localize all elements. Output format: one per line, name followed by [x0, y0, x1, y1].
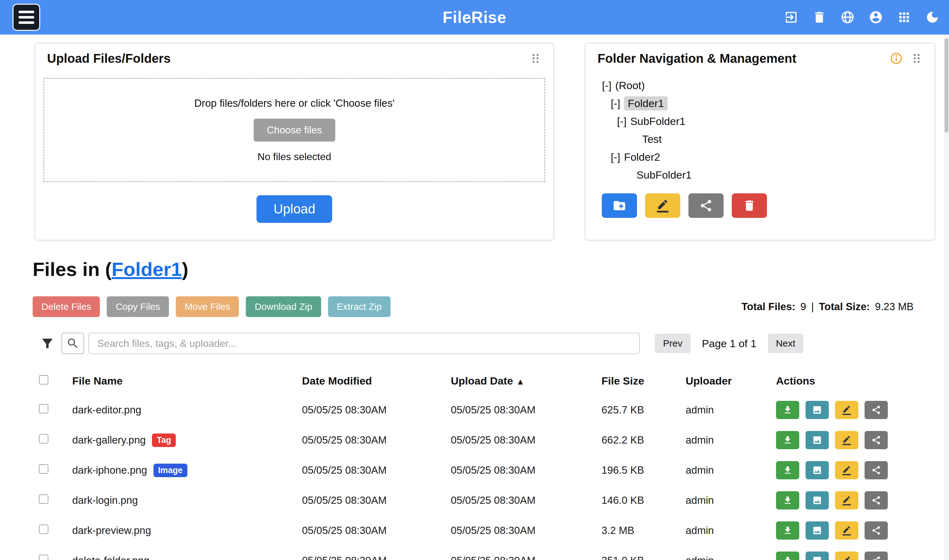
preview-button[interactable] — [806, 461, 829, 479]
delete-files-button[interactable]: Delete Files — [33, 296, 100, 317]
file-name[interactable]: delete-folder.png — [72, 555, 149, 560]
rename-button[interactable] — [835, 522, 858, 540]
scrollbar-thumb[interactable] — [944, 38, 948, 132]
preview-button[interactable] — [806, 491, 829, 509]
current-folder-link[interactable]: Folder1 — [111, 258, 182, 280]
vertical-scrollbar[interactable] — [944, 35, 949, 560]
search-input[interactable] — [89, 333, 640, 354]
next-page-button[interactable]: Next — [768, 334, 804, 353]
share-button[interactable] — [864, 491, 888, 509]
extract-zip-button[interactable]: Extract Zip — [328, 296, 391, 317]
upload-date: 05/05/25 08:30AM — [451, 555, 601, 560]
download-button[interactable] — [776, 491, 799, 509]
pencil-icon — [841, 405, 852, 415]
row-checkbox[interactable] — [39, 555, 48, 560]
row-checkbox[interactable] — [39, 494, 48, 504]
share-button[interactable] — [864, 461, 888, 479]
tree-toggle[interactable]: [-] — [611, 97, 620, 109]
share-button[interactable] — [864, 401, 888, 419]
file-size: 3.2 MB — [601, 525, 686, 537]
copy-files-button[interactable]: Copy Files — [107, 296, 169, 317]
move-files-button[interactable]: Move Files — [176, 296, 239, 317]
pencil-icon — [841, 555, 852, 560]
download-button[interactable] — [776, 522, 799, 540]
delete-folder-button[interactable] — [732, 193, 767, 218]
tree-toggle[interactable]: [-] — [602, 79, 611, 92]
share-icon — [871, 435, 881, 445]
tree-toggle[interactable]: [-] — [617, 115, 626, 128]
drag-handle-icon[interactable] — [530, 51, 541, 65]
prev-page-button[interactable]: Prev — [655, 334, 691, 353]
tree-toggle[interactable]: [-] — [611, 151, 620, 163]
files-section: Files in (Folder1) Delete Files Copy Fil… — [33, 258, 914, 560]
preview-button[interactable] — [806, 552, 829, 560]
filter-icon[interactable] — [40, 336, 55, 351]
tree-folder-label[interactable]: SubFolder1 — [631, 115, 686, 128]
tree-folder-label[interactable]: (Root) — [615, 79, 645, 92]
column-header-uploader[interactable]: Uploader — [686, 375, 776, 387]
share-button[interactable] — [864, 431, 888, 449]
rename-button[interactable] — [835, 491, 858, 509]
preview-button[interactable] — [806, 431, 829, 449]
share-folder-button[interactable] — [688, 193, 724, 218]
tree-item-subfolder1-b: SubFolder1 — [586, 166, 935, 184]
row-checkbox[interactable] — [39, 464, 48, 474]
dark-mode-icon[interactable] — [925, 10, 940, 25]
upload-button[interactable]: Upload — [257, 195, 332, 223]
download-zip-button[interactable]: Download Zip — [246, 296, 321, 317]
rename-folder-button[interactable] — [645, 193, 680, 218]
upload-card-body: Drop files/folders here or click 'Choose… — [35, 74, 554, 223]
tree-folder-label[interactable]: Folder2 — [624, 151, 660, 163]
tree-folder-label[interactable]: Test — [642, 133, 661, 145]
column-header-date-modified[interactable]: Date Modified — [302, 375, 451, 387]
download-icon — [783, 435, 793, 445]
create-folder-button[interactable] — [602, 193, 637, 218]
download-icon — [783, 555, 793, 560]
rename-button[interactable] — [835, 461, 858, 479]
tree-item-folder2: [-] Folder2 — [586, 148, 935, 166]
grid-view-icon[interactable] — [897, 10, 911, 25]
drag-handle-icon[interactable] — [911, 51, 923, 65]
row-checkbox[interactable] — [39, 404, 48, 414]
date-modified: 05/05/25 08:30AM — [302, 464, 451, 476]
share-button[interactable] — [864, 552, 888, 560]
trash-icon[interactable] — [812, 10, 827, 25]
share-icon — [871, 465, 881, 475]
info-icon[interactable] — [890, 52, 903, 65]
globe-icon[interactable] — [840, 10, 855, 25]
preview-button[interactable] — [806, 522, 829, 540]
file-name[interactable]: dark-gallery.png — [72, 434, 146, 446]
uploader: admin — [686, 464, 776, 476]
rename-button[interactable] — [835, 552, 858, 560]
tree-folder-label-selected[interactable]: Folder1 — [624, 96, 668, 111]
file-dropzone[interactable]: Drop files/folders here or click 'Choose… — [43, 78, 545, 182]
download-icon — [783, 495, 793, 505]
file-name[interactable]: dark-editor.png — [72, 404, 141, 416]
search-button[interactable] — [62, 333, 84, 354]
account-icon[interactable] — [869, 10, 883, 25]
file-size: 625.7 KB — [601, 404, 686, 416]
logout-icon[interactable] — [784, 10, 798, 25]
select-all-checkbox[interactable] — [39, 375, 48, 385]
file-size: 351.0 KB — [601, 555, 686, 560]
choose-files-button[interactable]: Choose files — [254, 118, 335, 142]
column-header-upload-date[interactable]: Upload Date▲ — [451, 375, 601, 387]
column-header-file-name[interactable]: File Name — [72, 375, 302, 387]
download-button[interactable] — [776, 461, 799, 479]
share-button[interactable] — [864, 522, 888, 540]
download-button[interactable] — [776, 431, 799, 449]
preview-button[interactable] — [806, 401, 829, 419]
tree-folder-label[interactable]: SubFolder1 — [636, 169, 692, 181]
rename-button[interactable] — [835, 401, 858, 419]
download-button[interactable] — [776, 552, 799, 560]
download-button[interactable] — [776, 401, 799, 419]
row-checkbox[interactable] — [39, 525, 48, 534]
file-size: 146.0 KB — [601, 494, 686, 506]
row-checkbox[interactable] — [39, 434, 48, 443]
column-header-file-size[interactable]: File Size — [601, 375, 686, 387]
main-menu-button[interactable] — [12, 4, 40, 31]
file-name[interactable]: dark-login.png — [72, 494, 138, 506]
file-name[interactable]: dark-iphone.png — [72, 464, 147, 476]
rename-button[interactable] — [835, 431, 858, 449]
file-name[interactable]: dark-preview.png — [72, 525, 151, 537]
